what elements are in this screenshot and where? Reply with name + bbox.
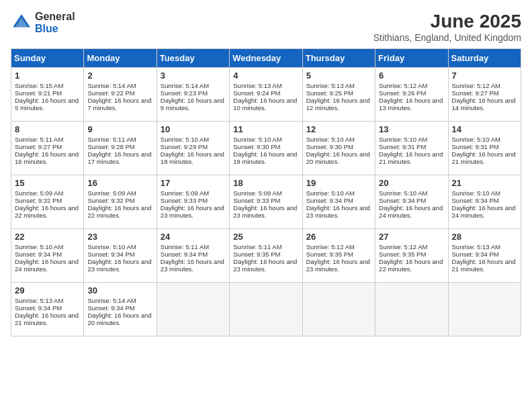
day-cell: 20Sunrise: 5:10 AMSunset: 9:34 PMDayligh… [375,175,448,229]
day-info: Daylight: 16 hours and 23 minutes. [233,258,298,273]
day-number: 4 [233,71,298,81]
day-number: 2 [87,71,152,81]
day-info: Sunset: 9:34 PM [87,304,152,312]
day-info: Daylight: 16 hours and 24 minutes. [379,204,444,219]
header-tuesday: Tuesday [157,49,229,68]
page-header: General Blue June 2025 Stithians, Englan… [11,11,521,43]
day-info: Sunset: 9:30 PM [233,143,298,150]
day-info: Sunset: 9:35 PM [233,250,298,258]
day-info: Sunrise: 5:09 AM [15,189,80,197]
day-info: Sunset: 9:29 PM [161,143,226,150]
day-info: Sunrise: 5:12 AM [452,82,517,89]
day-cell: 14Sunrise: 5:10 AMSunset: 9:31 PMDayligh… [448,122,521,175]
day-info: Daylight: 16 hours and 24 minutes. [15,258,80,273]
calendar-table: SundayMondayTuesdayWednesdayThursdayFrid… [11,48,521,336]
header-friday: Friday [375,49,448,68]
day-info: Daylight: 16 hours and 23 minutes. [161,258,226,273]
day-info: Daylight: 16 hours and 22 minutes. [15,204,80,219]
day-cell: 13Sunrise: 5:10 AMSunset: 9:31 PMDayligh… [375,122,448,175]
day-number: 16 [87,178,152,188]
day-info: Sunset: 9:33 PM [233,197,298,204]
header-row: SundayMondayTuesdayWednesdayThursdayFrid… [11,49,521,68]
day-info: Sunrise: 5:11 AM [87,136,152,143]
day-info: Sunrise: 5:10 AM [379,136,444,143]
day-number: 13 [379,124,444,134]
day-info: Sunrise: 5:10 AM [15,243,80,250]
day-info: Sunrise: 5:10 AM [452,136,517,143]
day-info: Sunset: 9:33 PM [161,197,226,204]
day-number: 15 [15,178,80,188]
day-number: 20 [379,178,444,188]
day-info: Sunrise: 5:12 AM [379,243,444,250]
logo-blue: Blue [35,23,75,35]
day-info: Sunset: 9:34 PM [15,304,80,312]
empty-cell [448,283,521,336]
day-info: Sunrise: 5:10 AM [161,136,226,143]
header-monday: Monday [84,49,157,68]
day-info: Daylight: 16 hours and 22 minutes. [87,204,152,219]
logo-general: General [35,11,75,23]
day-info: Sunrise: 5:11 AM [161,243,226,250]
month-title: June 2025 [373,11,521,32]
day-info: Sunset: 9:24 PM [233,89,298,97]
day-number: 8 [15,124,80,134]
day-number: 18 [233,178,298,188]
logo-text: General Blue [35,11,75,34]
day-number: 3 [161,71,226,81]
day-info: Daylight: 16 hours and 21 minutes. [379,150,444,165]
day-cell: 19Sunrise: 5:10 AMSunset: 9:34 PMDayligh… [302,175,375,229]
day-info: Sunrise: 5:09 AM [233,189,298,197]
day-number: 19 [306,178,371,188]
day-cell: 9Sunrise: 5:11 AMSunset: 9:28 PMDaylight… [84,122,157,175]
day-info: Daylight: 16 hours and 21 minutes. [452,150,517,165]
day-number: 9 [87,124,152,134]
empty-cell [157,283,229,336]
day-cell: 1Sunrise: 5:15 AMSunset: 9:21 PMDaylight… [11,68,84,122]
day-info: Daylight: 16 hours and 17 minutes. [87,150,152,165]
day-info: Sunset: 9:34 PM [161,250,226,258]
day-number: 11 [233,124,298,134]
day-number: 30 [87,285,152,295]
day-number: 17 [161,178,226,188]
day-info: Daylight: 16 hours and 9 minutes. [161,97,226,111]
day-info: Sunrise: 5:13 AM [452,243,517,250]
day-cell: 5Sunrise: 5:13 AMSunset: 9:25 PMDaylight… [302,68,375,122]
day-cell: 25Sunrise: 5:11 AMSunset: 9:35 PMDayligh… [230,229,302,283]
day-number: 23 [87,232,152,242]
day-cell: 11Sunrise: 5:10 AMSunset: 9:30 PMDayligh… [230,122,302,175]
empty-cell [302,283,375,336]
day-number: 29 [15,285,80,295]
day-info: Sunset: 9:22 PM [87,89,152,97]
day-cell: 22Sunrise: 5:10 AMSunset: 9:34 PMDayligh… [11,229,84,283]
day-info: Daylight: 16 hours and 20 minutes. [87,312,152,326]
day-info: Sunset: 9:34 PM [306,197,371,204]
day-number: 24 [161,232,226,242]
day-info: Daylight: 16 hours and 10 minutes. [233,97,298,111]
day-info: Sunrise: 5:10 AM [306,189,371,197]
day-cell: 27Sunrise: 5:12 AMSunset: 9:35 PMDayligh… [375,229,448,283]
day-cell: 24Sunrise: 5:11 AMSunset: 9:34 PMDayligh… [157,229,229,283]
day-info: Sunset: 9:35 PM [379,250,444,258]
day-number: 28 [452,232,517,242]
day-number: 7 [452,71,517,81]
day-cell: 30Sunrise: 5:14 AMSunset: 9:34 PMDayligh… [84,283,157,336]
day-info: Sunset: 9:21 PM [15,89,80,97]
day-info: Sunset: 9:31 PM [452,143,517,150]
day-cell: 17Sunrise: 5:09 AMSunset: 9:33 PMDayligh… [157,175,229,229]
day-info: Sunrise: 5:09 AM [161,189,226,197]
day-info: Daylight: 16 hours and 23 minutes. [233,204,298,219]
day-info: Daylight: 16 hours and 7 minutes. [87,97,152,111]
day-number: 1 [15,71,80,81]
day-info: Sunset: 9:34 PM [452,250,517,258]
header-saturday: Saturday [448,49,521,68]
day-cell: 16Sunrise: 5:09 AMSunset: 9:32 PMDayligh… [84,175,157,229]
day-cell: 21Sunrise: 5:10 AMSunset: 9:34 PMDayligh… [448,175,521,229]
day-cell: 7Sunrise: 5:12 AMSunset: 9:27 PMDaylight… [448,68,521,122]
day-info: Sunrise: 5:09 AM [87,189,152,197]
day-number: 10 [161,124,226,134]
day-info: Sunset: 9:34 PM [87,250,152,258]
day-info: Sunset: 9:27 PM [15,143,80,150]
day-info: Daylight: 16 hours and 12 minutes. [306,97,371,111]
day-info: Sunrise: 5:10 AM [87,243,152,250]
location: Stithians, England, United Kingdom [373,32,521,43]
